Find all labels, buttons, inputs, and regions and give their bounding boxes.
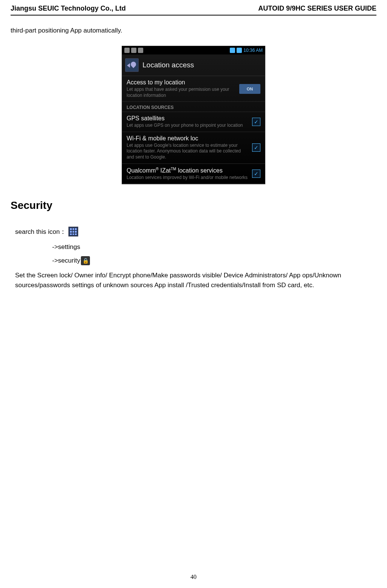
screen-title: Location access <box>142 61 194 69</box>
lock-icon: 🔒 <box>81 256 90 265</box>
screen-title-bar: Location access <box>122 54 265 76</box>
setting-access-title: Access to my location <box>127 79 235 86</box>
qualcomm-suffix: location services <box>176 167 223 174</box>
checkbox-icon[interactable]: ✓ <box>252 170 260 178</box>
search-instruction: search this icon： <box>15 227 376 236</box>
status-notification-icon <box>124 48 130 53</box>
page-content: third-part positioning App automatically… <box>0 27 387 290</box>
status-time: 10:36 AM <box>243 48 263 53</box>
setting-wifi-title: Wi-Fi & mobile network loc <box>127 135 248 142</box>
status-left-icons <box>124 48 143 53</box>
trademark: TM <box>171 167 176 171</box>
checkbox-icon[interactable]: ✓ <box>252 118 260 126</box>
setting-text-group: GPS satellites Let apps use GPS on your … <box>127 115 252 129</box>
navigation-step-settings: ->settings <box>52 243 376 251</box>
section-header-sources: LOCATION SOURCES <box>122 102 265 112</box>
setting-access-desc: Let apps that have asked your permission… <box>127 87 235 98</box>
setting-gps-desc: Let apps use GPS on your phone to pinpoi… <box>127 123 248 129</box>
document-header: Jiangsu SEUIC Technology Co., Ltd AUTOID… <box>0 0 387 15</box>
header-guide: AUTOID 9/9HC SERIES USER GUIDE <box>258 5 376 12</box>
back-icon[interactable] <box>125 58 139 72</box>
screenshot-figure: 10:36 AM Location access Access to my lo… <box>11 46 376 184</box>
security-arrow: ->security <box>52 257 80 264</box>
security-heading: Security <box>11 199 376 212</box>
izat-text: IZat <box>159 167 171 174</box>
setting-text-group: Qualcomm® IZatTM location services Locat… <box>127 167 252 181</box>
qualcomm-prefix: Qualcomm <box>127 167 156 174</box>
registered-mark: ® <box>156 167 158 171</box>
setting-wifi-location[interactable]: Wi-Fi & mobile network loc Let apps use … <box>122 132 265 164</box>
setting-text-group: Wi-Fi & mobile network loc Let apps use … <box>127 135 252 160</box>
status-right: 10:36 AM <box>230 48 263 53</box>
battery-icon <box>237 48 242 53</box>
toggle-switch[interactable]: ON <box>239 84 260 94</box>
android-screenshot: 10:36 AM Location access Access to my lo… <box>122 46 265 184</box>
status-bar: 10:36 AM <box>122 46 265 54</box>
navigation-step-security: ->security 🔒 <box>52 256 376 265</box>
apps-grid-icon <box>68 227 78 236</box>
header-company: Jiangsu SEUIC Technology Co., Ltd <box>11 5 126 12</box>
status-app-icon <box>131 48 136 53</box>
signal-icon <box>230 48 235 53</box>
setting-text-group: Access to my location Let apps that have… <box>127 79 239 98</box>
setting-gps-title: GPS satellites <box>127 115 248 122</box>
status-alarm-icon <box>138 48 143 53</box>
security-body-text: Set the Screen lock/ Owner info/ Encrypt… <box>15 271 376 290</box>
setting-qualcomm-desc: Location services improved by Wi-Fi and/… <box>127 175 248 181</box>
setting-gps[interactable]: GPS satellites Let apps use GPS on your … <box>122 112 265 132</box>
header-divider <box>11 15 376 16</box>
location-pin-icon <box>130 61 137 68</box>
checkbox-icon[interactable]: ✓ <box>252 143 260 152</box>
intro-paragraph: third-part positioning App automatically… <box>11 27 376 34</box>
page-number: 40 <box>0 574 387 580</box>
setting-qualcomm[interactable]: Qualcomm® IZatTM location services Locat… <box>122 164 265 184</box>
setting-wifi-desc: Let apps use Google's location service t… <box>127 143 248 160</box>
setting-access-location[interactable]: Access to my location Let apps that have… <box>122 76 265 102</box>
setting-qualcomm-title: Qualcomm® IZatTM location services <box>127 167 248 174</box>
settings-arrow: ->settings <box>52 243 80 251</box>
search-label: search this icon： <box>15 227 66 236</box>
